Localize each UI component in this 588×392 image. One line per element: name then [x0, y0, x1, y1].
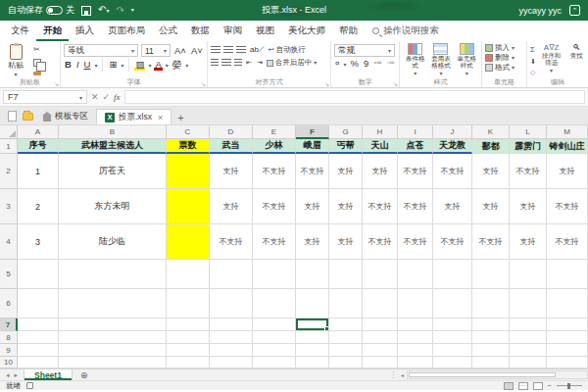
cell-K2[interactable]: 支持 — [472, 154, 510, 189]
new-tab-icon[interactable]: + — [172, 112, 189, 123]
cell-E4[interactable]: 不支持 — [253, 224, 296, 260]
column-header-K[interactable]: K — [472, 125, 510, 139]
cell-G2[interactable]: 支持 — [329, 154, 363, 189]
cell-L5[interactable] — [510, 260, 547, 289]
ribbon-display-options-icon[interactable]: ⌃ — [569, 5, 580, 16]
bold-button[interactable]: B — [64, 59, 73, 71]
zoom-out-icon[interactable]: − — [548, 381, 552, 390]
cell-A10[interactable] — [18, 357, 59, 368]
user-name[interactable]: yycayy yyc — [518, 6, 562, 16]
column-header-F[interactable]: F — [296, 125, 329, 139]
cell-E5[interactable] — [253, 260, 296, 289]
autosave-toggle[interactable]: 自动保存 关 — [8, 4, 74, 17]
align-bottom-icon[interactable] — [236, 46, 246, 54]
cell-I4[interactable]: 不支持 — [398, 224, 433, 260]
cell-E9[interactable] — [253, 344, 296, 357]
zoom-slider[interactable] — [557, 385, 582, 386]
cell-K1[interactable]: 鄱都 — [472, 139, 510, 154]
cell-M5[interactable] — [547, 260, 588, 289]
cell-H10[interactable] — [363, 357, 398, 368]
increase-decimal-icon[interactable]: ⁺⁰⁰ — [372, 58, 382, 70]
cell-A4[interactable]: 3 — [18, 224, 59, 260]
cell-G4[interactable]: 支持 — [329, 224, 363, 260]
cell-B9[interactable] — [59, 344, 167, 357]
cell-L1[interactable]: 霹雳门 — [510, 139, 547, 154]
cell-D1[interactable]: 武当 — [210, 139, 253, 154]
column-header-B[interactable]: B — [59, 125, 167, 139]
cell-L8[interactable] — [510, 331, 547, 344]
merge-center-button[interactable]: 合并后居中▾ — [267, 58, 318, 68]
cell-J2[interactable]: 不支持 — [433, 154, 472, 189]
macro-record-icon[interactable] — [26, 382, 33, 389]
column-header-C[interactable]: C — [167, 125, 210, 139]
cell-D6[interactable] — [210, 289, 253, 318]
cell-G7[interactable] — [329, 318, 363, 331]
cell-M7[interactable] — [547, 318, 588, 331]
autosave-switch-icon[interactable] — [46, 6, 63, 15]
cell-D10[interactable] — [210, 357, 253, 368]
cell-D3[interactable]: 支持 — [210, 189, 253, 224]
cell-I10[interactable] — [398, 357, 433, 368]
cell-D8[interactable] — [210, 331, 253, 344]
cell-F3[interactable]: 支持 — [296, 189, 329, 224]
cell-F6[interactable] — [296, 289, 329, 318]
tab-insert[interactable]: 插入 — [69, 21, 101, 41]
cell-I8[interactable] — [398, 331, 433, 344]
fill-icon[interactable]: ⬇ — [530, 57, 536, 66]
cell-F5[interactable] — [296, 260, 329, 289]
tab-template-zone[interactable]: 模板专区 — [35, 109, 96, 124]
align-top-icon[interactable] — [211, 46, 220, 54]
cell-D7[interactable] — [210, 318, 253, 331]
open-folder-icon[interactable] — [20, 109, 35, 123]
cell-J5[interactable] — [433, 260, 472, 289]
cell-B8[interactable] — [59, 331, 167, 344]
row-header-5[interactable]: 5 — [0, 260, 18, 289]
cell-K8[interactable] — [472, 331, 510, 344]
cell-J8[interactable] — [433, 331, 472, 344]
cell-M8[interactable] — [547, 331, 588, 344]
row-header-4[interactable]: 4 — [0, 224, 18, 260]
row-header-2[interactable]: 2 — [0, 154, 18, 189]
cell-C8[interactable] — [167, 331, 210, 344]
cell-B10[interactable] — [59, 357, 167, 368]
increase-indent-icon[interactable]: ⇥ — [256, 57, 264, 69]
cell-K9[interactable] — [472, 344, 510, 357]
row-header-7[interactable]: 7 — [0, 318, 18, 331]
cell-G3[interactable]: 支持 — [329, 189, 363, 224]
column-header-E[interactable]: E — [253, 125, 296, 139]
tab-page-layout[interactable]: 页面布局 — [101, 21, 152, 41]
sheet-prev-icon[interactable]: ◂ — [6, 371, 10, 379]
cell-K4[interactable]: 不支持 — [472, 224, 510, 260]
fill-color-icon[interactable]: ▨ — [134, 59, 145, 71]
tab-current-file[interactable]: X 投票.xlsx × — [96, 109, 172, 124]
comma-style-icon[interactable]: 9 — [363, 58, 369, 70]
conditional-format-button[interactable]: 条件格式 ▾ — [403, 43, 427, 78]
tabbar-splitter-icon[interactable]: ⋮ — [389, 370, 398, 379]
font-dialog-launcher-icon[interactable]: ↘ — [201, 80, 206, 87]
cell-K3[interactable]: 支持 — [472, 189, 510, 224]
cell-G1[interactable]: 丐帮 — [329, 139, 363, 154]
cell-A7[interactable] — [18, 318, 59, 331]
cell-I9[interactable] — [398, 344, 433, 357]
delete-cells-button[interactable]: 删除▾ — [485, 53, 524, 63]
page-break-view-icon[interactable] — [533, 382, 543, 390]
cell-J1[interactable]: 天龙教 — [433, 139, 472, 154]
cell-K10[interactable] — [472, 357, 510, 368]
number-dialog-launcher-icon[interactable]: ↘ — [393, 80, 398, 87]
cell-G9[interactable] — [329, 344, 363, 357]
cell-C1[interactable]: 票数 — [167, 139, 210, 154]
cell-H7[interactable] — [363, 318, 398, 331]
tab-view[interactable]: 视图 — [249, 21, 281, 41]
wrap-text-button[interactable]: ↩自动换行 — [269, 45, 306, 55]
row-header-6[interactable]: 6 — [0, 289, 18, 318]
format-painter-icon[interactable] — [33, 72, 41, 75]
clear-icon[interactable]: ◇ — [530, 68, 536, 76]
column-header-G[interactable]: G — [329, 125, 363, 139]
cell-C9[interactable] — [167, 344, 210, 357]
sort-filter-button[interactable]: A∇Z 排序和筛选 ▾ — [539, 43, 564, 78]
underline-caret-icon[interactable]: ▾ — [94, 62, 97, 69]
increase-font-icon[interactable]: A˄ — [173, 45, 187, 57]
cell-H4[interactable]: 不支持 — [363, 224, 398, 260]
cell-G6[interactable] — [329, 289, 363, 318]
cell-B4[interactable]: 陆少临 — [59, 224, 167, 260]
